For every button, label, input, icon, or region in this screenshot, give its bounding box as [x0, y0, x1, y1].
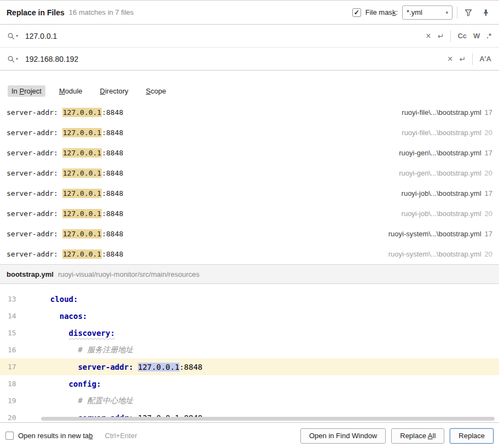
result-match: 127.0.0.1: [62, 128, 102, 137]
file-mask-select[interactable]: *.yml ▾: [402, 5, 452, 20]
line-number: 20: [0, 414, 41, 422]
dialog-header: Replace in Files 16 matches in 7 files ✓…: [0, 1, 499, 25]
result-line-number: 20: [485, 129, 492, 137]
pin-window-button[interactable]: [479, 6, 492, 19]
scope-tab-in-project[interactable]: In Project: [8, 85, 45, 97]
shortcut-hint: Ctrl+Enter: [105, 432, 137, 440]
code-text[interactable]: config:: [41, 380, 101, 388]
preview-file-name: bootstrap.yml: [7, 270, 54, 278]
find-field-row: ▾ × ↵ Cc W .*: [0, 25, 499, 48]
search-result-row[interactable]: server-addr: 127.0.0.1:8848 ruoyi-job\..…: [0, 183, 499, 203]
funnel-icon: [465, 9, 472, 16]
preserve-case-toggle[interactable]: A'A: [479, 55, 491, 63]
label-mnemonic: P: [19, 87, 24, 95]
open-in-find-window-button[interactable]: Open in Find Window: [300, 428, 386, 444]
chevron-down-icon: ▾: [445, 10, 448, 15]
result-text-suffix: :8848: [102, 230, 123, 238]
result-location: ruoyi-file\...\bootstrap.yml20: [402, 129, 492, 137]
scope-tab-scope[interactable]: Scope: [142, 85, 170, 97]
open-in-new-tab-checkbox[interactable]: [5, 432, 14, 440]
divider: [450, 30, 451, 42]
result-text-prefix: server-addr:: [7, 230, 62, 238]
replace-input[interactable]: [25, 55, 442, 63]
search-result-row[interactable]: server-addr: 127.0.0.1:8848 ruoyi-file\.…: [0, 123, 499, 143]
result-path: ruoyi-job\...\bootstrap.yml: [402, 210, 481, 218]
clear-icon[interactable]: ×: [426, 32, 431, 40]
search-result-row[interactable]: server-addr: 127.0.0.1:8848 ruoyi-system…: [0, 224, 499, 244]
result-text: server-addr: 127.0.0.1:8848: [7, 210, 123, 218]
code-text[interactable]: discovery:: [41, 329, 115, 338]
whole-words-toggle[interactable]: W: [473, 32, 480, 40]
replace-history-button[interactable]: ▾: [0, 55, 25, 63]
replace-button[interactable]: Replace: [450, 428, 494, 444]
newline-icon[interactable]: ↵: [459, 55, 466, 63]
result-match: 127.0.0.1: [62, 148, 102, 158]
filter-results-button[interactable]: [462, 6, 475, 19]
dialog-title: Replace in Files: [7, 8, 65, 17]
code-text[interactable]: # 配置中心地址: [41, 396, 133, 406]
label-post: odule: [65, 87, 83, 95]
newline-icon[interactable]: ↵: [438, 32, 444, 40]
search-result-row[interactable]: server-addr: 127.0.0.1:8848 ruoyi-gen\..…: [0, 143, 499, 163]
result-line-number: 20: [485, 250, 492, 258]
line-number: 17: [0, 363, 41, 371]
match-case-toggle[interactable]: Cc: [457, 32, 467, 40]
file-mask-label[interactable]: File mask:: [365, 8, 398, 16]
horizontal-scrollbar[interactable]: [41, 417, 495, 421]
result-location: ruoyi-gen\...\bootstrap.yml17: [399, 149, 492, 157]
code-text[interactable]: cloud:: [41, 295, 78, 304]
find-input[interactable]: [25, 32, 420, 40]
result-text-prefix: server-addr:: [7, 129, 62, 137]
line-number: 18: [0, 380, 41, 388]
code-text[interactable]: # 服务注册地址: [41, 345, 133, 355]
search-result-row[interactable]: server-addr: 127.0.0.1:8848 ruoyi-system…: [0, 244, 499, 264]
result-text-suffix: :8848: [102, 129, 123, 137]
yaml-comment: # 服务注册地址: [41, 345, 133, 354]
search-history-button[interactable]: ▾: [0, 32, 25, 40]
label-mnemonic: M: [59, 87, 65, 95]
code-text[interactable]: server-addr: 127.0.0.1:8848: [41, 363, 202, 371]
result-path: ruoyi-file\...\bootstrap.yml: [402, 129, 481, 137]
result-text: server-addr: 127.0.0.1:8848: [7, 129, 123, 137]
yaml-key: cloud:: [41, 295, 78, 304]
search-result-row[interactable]: server-addr: 127.0.0.1:8848 ruoyi-file\.…: [0, 102, 499, 123]
result-text-prefix: server-addr:: [7, 210, 62, 218]
label-post: irectory: [105, 87, 129, 95]
result-line-number: 17: [485, 230, 492, 238]
label-post: cope: [150, 87, 166, 95]
code-text[interactable]: nacos:: [41, 312, 87, 321]
yaml-value: :8848: [179, 363, 202, 371]
result-location: ruoyi-system\...\bootstrap.yml20: [388, 250, 492, 258]
scope-tab-directory[interactable]: Directory: [96, 85, 132, 97]
label-pre: In: [11, 87, 19, 95]
result-text-prefix: server-addr:: [7, 108, 62, 117]
label-mnemonic: D: [100, 87, 105, 95]
result-line-number: 20: [485, 169, 492, 177]
label-mnemonic: A: [428, 432, 433, 440]
file-mask-checkbox[interactable]: ✓: [352, 8, 361, 17]
open-in-new-tab-label[interactable]: Open results in new tab: [18, 432, 93, 440]
search-icon: [7, 32, 15, 40]
label-post: :: [396, 8, 398, 16]
result-text: server-addr: 127.0.0.1:8848: [7, 169, 123, 177]
search-results-list: server-addr: 127.0.0.1:8848 ruoyi-file\.…: [0, 102, 499, 264]
scope-tab-module[interactable]: Module: [55, 85, 86, 97]
result-text-suffix: :8848: [102, 189, 123, 197]
result-location: ruoyi-system\...\bootstrap.yml17: [388, 230, 492, 238]
clear-icon[interactable]: ×: [448, 55, 452, 63]
regex-toggle[interactable]: .*: [486, 32, 491, 40]
search-result-row[interactable]: server-addr: 127.0.0.1:8848 ruoyi-gen\..…: [0, 163, 499, 183]
result-text-suffix: :8848: [102, 149, 123, 157]
chevron-down-icon: ▾: [16, 56, 18, 61]
code-line: 18 config:: [0, 375, 499, 392]
result-text: server-addr: 127.0.0.1:8848: [7, 189, 123, 197]
label-pre: File mas: [365, 8, 392, 16]
header-controls: ✓ File mask: *.yml ▾: [352, 5, 492, 20]
result-location: ruoyi-file\...\bootstrap.yml17: [402, 108, 492, 117]
result-text: server-addr: 127.0.0.1:8848: [7, 149, 123, 157]
replace-all-button[interactable]: Replace All: [391, 428, 444, 444]
search-result-row[interactable]: server-addr: 127.0.0.1:8848 ruoyi-job\..…: [0, 203, 499, 224]
search-icon: [7, 55, 15, 63]
line-number: 16: [0, 346, 41, 354]
preview-editor: 13 cloud: 14 nacos: 15 discovery: 16 # 服…: [0, 284, 499, 422]
